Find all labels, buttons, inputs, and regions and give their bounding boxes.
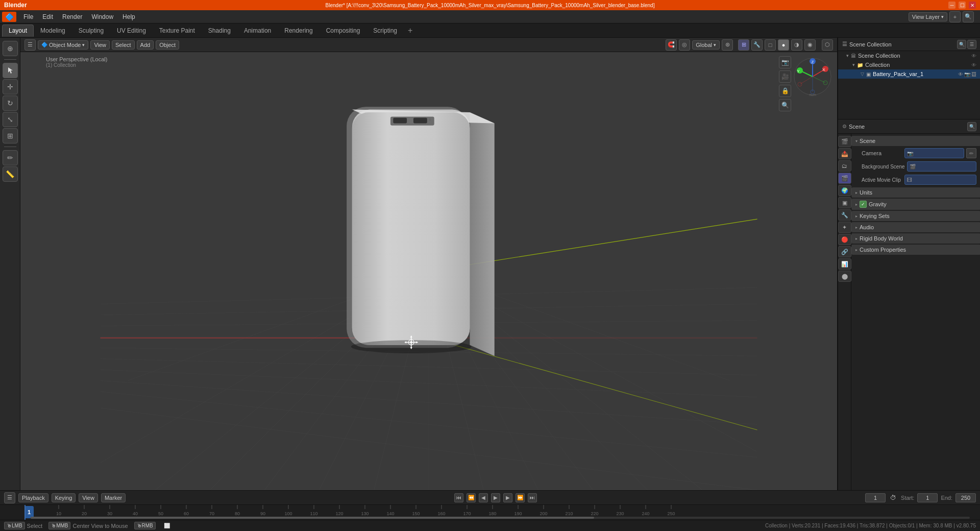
jump-start-btn[interactable]: ⏮	[454, 493, 463, 502]
xray-btn[interactable]: ⬡	[822, 39, 833, 51]
tab-texture-paint[interactable]: Texture Paint	[153, 25, 202, 37]
annotate-tool[interactable]: ✏	[3, 150, 18, 165]
rotate-tool[interactable]: ↻	[3, 95, 18, 111]
current-frame-input[interactable]: 1	[865, 493, 886, 502]
close-button[interactable]: ✕	[969, 2, 976, 9]
outliner-item-battery-pack[interactable]: ▽ ▣ Battery_Pack_var_1 👁 📷 🖼	[838, 69, 980, 79]
timeline-scrollbar-thumb[interactable]	[31, 517, 594, 519]
tab-rendering[interactable]: Rendering	[278, 25, 319, 37]
prev-frame-btn[interactable]: ◀	[479, 493, 488, 502]
view-layer-add[interactable]: +	[949, 11, 961, 22]
add-workspace-button[interactable]: +	[404, 25, 416, 36]
prev-keyframe-btn[interactable]: ⏪	[467, 493, 476, 502]
zoom-btn[interactable]: 🔍	[779, 99, 791, 111]
menu-help[interactable]: Help	[118, 12, 139, 21]
tab-uv-editing[interactable]: UV Editing	[110, 25, 153, 37]
lock-view-btn[interactable]: 🔒	[779, 85, 791, 97]
collection-visibility[interactable]: 👁	[971, 62, 976, 68]
blender-icon[interactable]: 🔷	[2, 12, 16, 22]
move-tool[interactable]: ✛	[3, 79, 18, 94]
prop-tab-constraints[interactable]: 🔗	[838, 246, 851, 257]
gizmo-btn[interactable]: 🔧	[751, 39, 763, 51]
select-tool[interactable]	[3, 63, 18, 78]
battery-visibility-icon[interactable]: 👁	[958, 71, 963, 77]
prop-tab-render[interactable]: 🎬	[838, 136, 851, 147]
battery-render-icon[interactable]: 🖼	[971, 71, 976, 77]
scene-section-header[interactable]: ▾ Scene	[851, 136, 980, 146]
prop-tab-data[interactable]: 📊	[838, 258, 851, 270]
menu-edit[interactable]: Edit	[38, 12, 57, 21]
select-menu[interactable]: Select	[112, 40, 135, 50]
gravity-section-header[interactable]: ▸ ✓ Gravity	[851, 199, 980, 210]
viewport-shading-wire[interactable]: □	[765, 39, 776, 51]
scene-collection-visibility[interactable]: 👁	[971, 53, 976, 59]
tab-scripting[interactable]: Scripting	[366, 25, 404, 37]
rigid-body-section-header[interactable]: ▸ Rigid Body World	[851, 233, 980, 244]
battery-camera-icon[interactable]: 📷	[964, 71, 970, 77]
prop-tab-particles[interactable]: ✦	[838, 222, 851, 233]
view-layer-dropdown[interactable]: View Layer ▾	[909, 12, 947, 21]
background-scene-value[interactable]: 🎬	[907, 161, 976, 172]
start-frame-input[interactable]: 1	[917, 493, 938, 502]
prop-tab-physics[interactable]: 🔴	[838, 234, 851, 245]
pivot-btn[interactable]: ⊛	[722, 39, 733, 51]
outliner-filter-btn[interactable]: 🔍	[957, 40, 966, 49]
overlay-btn[interactable]: ⊞	[738, 39, 749, 51]
prop-tab-material[interactable]: ⬤	[838, 271, 851, 282]
tab-sculpting[interactable]: Sculpting	[72, 25, 110, 37]
transform-tool[interactable]: ⊞	[3, 128, 18, 143]
object-menu[interactable]: Object	[156, 40, 179, 50]
audio-section-header[interactable]: ▸ Audio	[851, 222, 980, 232]
measure-tool[interactable]: 📏	[3, 166, 18, 182]
properties-search-btn[interactable]: 🔍	[967, 122, 976, 131]
tab-layout[interactable]: Layout	[2, 25, 34, 37]
proportional-btn[interactable]: ◎	[679, 39, 690, 51]
outliner-display-btn[interactable]: ☰	[967, 40, 976, 49]
marker-dropdown[interactable]: Marker	[101, 493, 126, 502]
playback-dropdown[interactable]: Playback	[18, 493, 48, 502]
prop-tab-view-layer[interactable]: 🗂	[838, 160, 851, 172]
tab-compositing[interactable]: Compositing	[320, 25, 367, 37]
viewport-menu-btn[interactable]: ☰	[24, 39, 36, 51]
menu-file[interactable]: File	[19, 12, 37, 21]
camera-track-btn[interactable]: 🎥	[779, 70, 791, 83]
view-layer-search[interactable]: 🔍	[963, 11, 974, 22]
outliner-item-collection[interactable]: ▾ 📁 Collection 👁	[838, 60, 980, 69]
timeline-view-dropdown[interactable]: View	[79, 493, 98, 502]
prop-tab-object[interactable]: ▣	[838, 197, 851, 208]
viewport-3d[interactable]: ☰ 🔷 Object Mode ▾ View Select Add Object…	[20, 38, 837, 490]
keying-sets-header[interactable]: ▸ Keying Sets	[851, 211, 980, 221]
navigation-gizmo[interactable]: X Y Z num	[792, 56, 833, 97]
minimize-button[interactable]: ─	[948, 2, 955, 9]
cursor-tool[interactable]: ⊕	[3, 41, 18, 56]
tab-animation[interactable]: Animation	[237, 25, 278, 37]
object-mode-dropdown[interactable]: 🔷 Object Mode ▾	[38, 40, 88, 50]
play-btn[interactable]: ▶	[491, 493, 500, 502]
timeline-ruler[interactable]: 1 10 20 30 40 50 60 70 80 90 100	[0, 504, 980, 520]
prop-tab-output[interactable]: 📤	[838, 148, 851, 159]
viewport-shading-material[interactable]: ◑	[791, 39, 802, 51]
camera-edit-btn[interactable]: ✏	[966, 148, 976, 158]
outliner-item-scene-collection[interactable]: ▾ 🏛 Scene Collection 👁	[838, 51, 980, 60]
maximize-button[interactable]: ☐	[959, 2, 966, 9]
keying-dropdown[interactable]: Keying	[52, 493, 76, 502]
prop-tab-scene[interactable]: 🎬	[838, 173, 851, 184]
next-keyframe-btn[interactable]: ⏩	[516, 493, 525, 502]
next-frame-btn[interactable]: ▶	[503, 493, 512, 502]
gravity-checkbox[interactable]: ✓	[860, 201, 867, 208]
global-dropdown[interactable]: Global ▾	[692, 40, 720, 50]
tab-modeling[interactable]: Modeling	[34, 25, 72, 37]
viewport-canvas[interactable]	[20, 52, 837, 490]
menu-window[interactable]: Window	[87, 12, 117, 21]
custom-props-section-header[interactable]: ▸ Custom Properties	[851, 245, 980, 255]
prop-tab-world[interactable]: 🌍	[838, 185, 851, 196]
viewport-shading-solid[interactable]: ●	[778, 39, 789, 51]
tab-shading[interactable]: Shading	[202, 25, 237, 37]
units-section-header[interactable]: ▸ Units	[851, 187, 980, 198]
prop-tab-modifier[interactable]: 🔧	[838, 209, 851, 221]
end-frame-input[interactable]: 250	[955, 493, 976, 502]
view-menu[interactable]: View	[90, 40, 110, 50]
jump-end-btn[interactable]: ⏭	[528, 493, 537, 502]
active-movie-clip-value[interactable]: 🎞	[904, 175, 976, 185]
snap-btn[interactable]: 🧲	[666, 39, 677, 51]
